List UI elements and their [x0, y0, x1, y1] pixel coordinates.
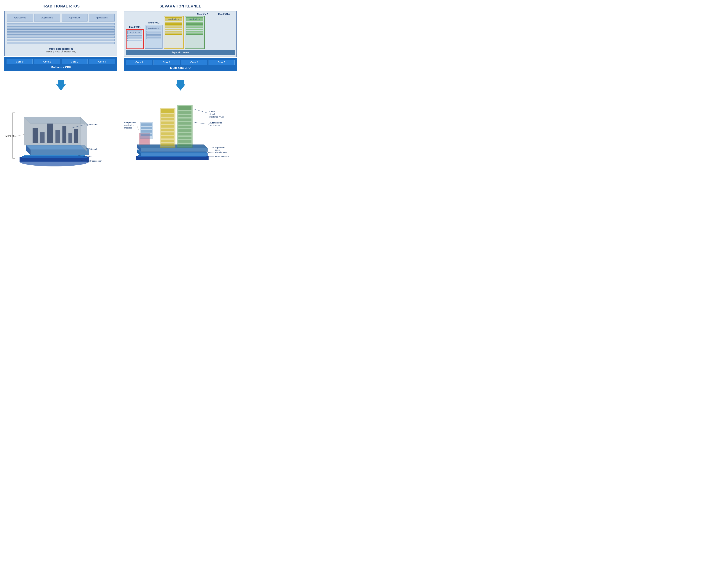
platform-sub: (RTOS | "Root" or "Helper" OS): [7, 50, 115, 53]
vm3-line5: [165, 31, 182, 33]
platform-label: Multi-core platform: [7, 47, 115, 50]
svg-rect-14: [56, 130, 60, 143]
vm4-lines: [186, 22, 203, 35]
vm3-box: Applications: [164, 16, 184, 49]
vm1-line3: [127, 40, 142, 41]
svg-rect-64: [178, 136, 191, 139]
right-core-1: Core 1: [153, 60, 179, 65]
svg-rect-62: [178, 129, 191, 132]
rtos-box: Applications Applications Applications A…: [4, 11, 117, 56]
vm1-column: Fixed VM 1 Applications: [126, 26, 144, 49]
svg-rect-51: [161, 132, 174, 135]
right-cpu-label: Multi-core CPU: [126, 66, 235, 69]
vm1-line1: [127, 35, 142, 37]
left-title: TRADITIONAL RTOS: [42, 4, 80, 8]
svg-rect-13: [47, 124, 53, 143]
right-cpu-cores: Core 0 Core 1 Core 2 Core 3: [126, 60, 235, 65]
vm4-line2: [186, 24, 203, 26]
svg-text:Cores: Cores: [86, 155, 91, 158]
right-arrow-container: [124, 80, 237, 90]
vm2-line4: [146, 38, 161, 39]
svg-text:Intel® processor: Intel® processor: [86, 160, 102, 162]
rtos-lines: [7, 23, 115, 44]
left-3d-panel: Monolith Applications RTOS stack Cores I…: [4, 99, 117, 170]
vm3-line2: [165, 24, 182, 26]
svg-text:Applications: Applications: [209, 124, 220, 127]
rtos-line-7: [7, 42, 115, 44]
vm4-app-label: Applications: [186, 17, 203, 21]
left-cpu-label: Multi-core CPU: [6, 66, 115, 69]
svg-rect-66: [178, 144, 191, 146]
vm2-app-label: Applications: [146, 26, 161, 30]
svg-rect-52: [161, 136, 174, 139]
svg-line-75: [194, 122, 209, 124]
vm3-column: Applications: [164, 16, 184, 49]
svg-text:Monolith: Monolith: [5, 134, 15, 137]
vm3-line1: [165, 22, 182, 24]
vm2-lines: [146, 31, 161, 39]
svg-text:Modules: Modules: [124, 127, 132, 129]
svg-line-70: [137, 126, 139, 130]
vm1-box: Applications: [126, 29, 144, 49]
right-core-2: Core 2: [181, 60, 207, 65]
vm2-column: Fixed VM 2 Applications: [145, 21, 163, 49]
svg-rect-28: [136, 156, 209, 160]
svg-rect-41: [141, 127, 152, 129]
svg-rect-15: [62, 126, 66, 143]
svg-text:Fixed: Fixed: [209, 110, 215, 113]
svg-line-19: [15, 134, 24, 136]
sk-outer: Fixed VM 3 Fixed VM 4 Fixed VM 1 Applica…: [124, 11, 237, 57]
svg-text:Application: Application: [124, 124, 134, 126]
traditional-rtos-panel: TRADITIONAL RTOS Applications Applicatio…: [4, 4, 117, 71]
svg-text:RTOS stack: RTOS stack: [86, 148, 98, 150]
fixed-vm1-label: Fixed VM 1: [129, 26, 141, 28]
svg-rect-42: [141, 130, 152, 133]
rtos-line-5: [7, 36, 115, 38]
rtos-platform-label: Multi-core platform (RTOS | "Root" or "H…: [7, 46, 115, 54]
svg-rect-17: [74, 129, 78, 143]
svg-text:Separation: Separation: [215, 147, 225, 149]
sk-all-vms: Fixed VM 1 Applications Fixed VM: [126, 16, 235, 49]
svg-rect-57: [178, 111, 191, 113]
left-core-2: Core 2: [62, 59, 88, 64]
svg-rect-61: [178, 126, 191, 128]
svg-rect-11: [33, 128, 38, 143]
vm4-line4: [186, 29, 203, 30]
svg-line-78: [208, 148, 214, 148]
svg-line-71: [194, 109, 209, 113]
svg-rect-46: [161, 114, 174, 117]
svg-text:machines (VMs): machines (VMs): [209, 116, 224, 118]
svg-rect-12: [40, 132, 44, 143]
left-cpu-bar: Core 0 Core 1 Core 2 Core 3 Multi-core C…: [4, 57, 117, 71]
svg-rect-59: [178, 119, 191, 121]
svg-text:virtual: virtual: [209, 113, 215, 115]
left-cpu-cores: Core 0 Core 1 Core 2 Core 3: [6, 59, 115, 64]
svg-marker-5: [30, 150, 89, 155]
vm1-lines: [127, 35, 142, 41]
svg-rect-60: [178, 122, 191, 125]
fixed-vm2-label: Fixed VM 2: [148, 21, 159, 24]
svg-rect-56: [178, 106, 191, 110]
vm3-lines: [165, 22, 182, 35]
vm2-line2: [146, 33, 161, 35]
fixed-vm3-label: Fixed VM 3: [193, 13, 212, 16]
app-box-1: Applications: [7, 14, 33, 21]
svg-marker-6: [26, 145, 89, 150]
svg-rect-40: [141, 123, 152, 126]
svg-text:kernel: kernel: [215, 149, 220, 151]
svg-rect-45: [161, 109, 174, 113]
vm4-line3: [186, 26, 203, 28]
vm4-column: Applications: [185, 16, 205, 49]
svg-rect-16: [68, 133, 72, 143]
svg-rect-65: [178, 140, 191, 143]
vm4-line6: [186, 33, 203, 35]
left-arrow-container: [4, 80, 117, 90]
svg-rect-50: [161, 129, 174, 131]
svg-rect-43: [141, 133, 152, 136]
svg-text:Intel® processor: Intel® processor: [215, 155, 229, 158]
vm3-line4: [165, 29, 182, 30]
app-box-3: Applications: [62, 14, 87, 21]
svg-rect-48: [161, 122, 174, 124]
app-box-4: Applications: [89, 14, 115, 21]
rtos-apps-row: Applications Applications Applications A…: [7, 14, 115, 21]
